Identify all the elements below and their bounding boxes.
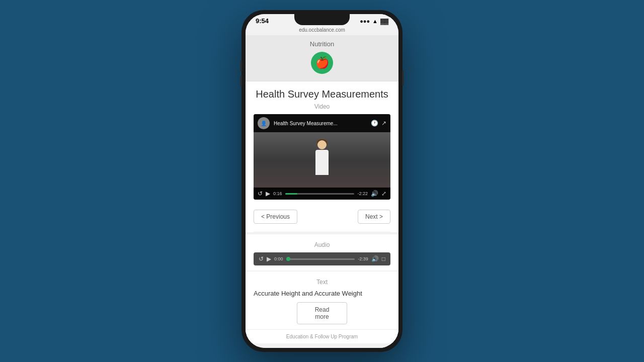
wifi-icon: ▲ [372,18,378,24]
video-progress-bar[interactable] [285,193,355,195]
status-icons: ●●● ▲ ▓▓ [360,18,388,24]
scroll-content[interactable]: Nutrition 🍎 Health Survey Measurements V… [246,35,398,348]
video-figure [307,137,337,183]
audio-player[interactable]: ↺ ▶ 0:00 -2:39 🔊 □ [254,252,390,265]
fullscreen-button[interactable]: ⤢ [381,190,386,197]
nutrition-icon: 🍎 [311,52,333,74]
video-player[interactable]: 👤 Health Survey Measureme... 🕐 ↗ [254,114,390,200]
figure-body [315,150,329,175]
nutrition-header: Nutrition 🍎 [246,35,398,81]
status-time: 9:54 [256,17,269,25]
volume-up-button[interactable] [240,60,242,71]
previous-button[interactable]: < Previous [254,210,297,224]
text-content: Accurate Height and Accurate Weight [254,290,390,297]
url-text: edu.occbalance.com [299,27,345,33]
video-section-label: Video [254,103,390,110]
audio-transcript-button[interactable]: □ [382,255,385,262]
avatar-img: 👤 [261,121,267,126]
volume-down-button[interactable] [240,75,242,86]
clock-icon: 🕐 [371,120,378,127]
video-avatar: 👤 [258,117,270,129]
navigation-buttons: < Previous Next > [254,206,390,230]
audio-section-label: Audio [254,241,390,248]
footer-bar: Education & Follow Up Program [246,329,398,343]
video-top-bar: 👤 Health Survey Measureme... 🕐 ↗ [254,114,390,132]
text-section: Text Accurate Height and Accurate Weight… [246,272,398,329]
audio-volume-button[interactable]: 🔊 [371,255,379,262]
read-more-button[interactable]: Read more [297,302,347,324]
figure-head [317,140,327,149]
rewind-button[interactable]: ↺ [258,190,263,197]
video-title: Health Survey Measureme... [274,121,367,126]
signal-icon: ●●● [360,18,370,24]
audio-progress-dot [286,257,290,261]
audio-current-time: 0:00 [274,256,283,261]
next-button[interactable]: Next > [358,210,390,224]
url-bar[interactable]: edu.occbalance.com [246,26,398,35]
phone-frame: 9:54 ●●● ▲ ▓▓ edu.occbalance.com Nutriti… [242,10,403,352]
page-title: Health Survey Measurements [254,88,390,100]
text-section-label: Text [254,279,390,286]
video-remaining-time: -2:22 [357,191,368,196]
audio-progress-bar[interactable] [286,258,355,260]
audio-rewind-button[interactable]: ↺ [259,255,264,262]
video-controls: ↺ ▶ 0:16 -2:22 🔊 ⤢ [254,188,390,200]
power-button[interactable] [402,70,404,85]
section-label: Nutrition [246,40,398,48]
audio-play-button[interactable]: ▶ [267,255,271,262]
audio-section: Audio ↺ ▶ 0:00 -2:39 🔊 □ [246,234,398,270]
content-area: Health Survey Measurements Video 👤 Healt… [246,81,398,232]
battery-icon: ▓▓ [380,18,388,24]
share-icon: ↗ [381,120,386,127]
phone-screen: 9:54 ●●● ▲ ▓▓ edu.occbalance.com Nutriti… [246,14,398,348]
footer-label: Education & Follow Up Program [286,334,358,339]
audio-remaining-time: -2:39 [358,256,368,261]
video-thumbnail[interactable] [254,132,390,188]
video-top-icons: 🕐 ↗ [371,120,386,127]
play-button[interactable]: ▶ [266,190,270,197]
video-current-time: 0:16 [273,191,282,196]
volume-button[interactable]: 🔊 [371,190,378,197]
notch [294,14,350,25]
divider-1 [254,232,390,232]
video-progress-fill [285,193,298,195]
